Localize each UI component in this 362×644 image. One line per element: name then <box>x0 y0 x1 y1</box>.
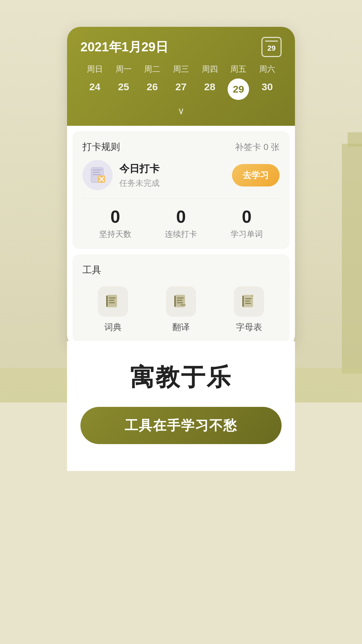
calendar-icon-number: 29 <box>267 44 276 53</box>
calendar-icon-button[interactable]: 29 <box>261 37 282 57</box>
tools-section: 工具 词典 <box>72 254 290 342</box>
weekday-tue: 周二 <box>138 64 167 74</box>
translate-icon <box>173 293 189 310</box>
stat-continuous-checkin: 0 连续打卡 <box>148 207 214 239</box>
expand-arrow[interactable]: ∨ <box>80 105 282 119</box>
stat-persist-value: 0 <box>82 207 148 227</box>
svg-rect-61 <box>242 296 244 307</box>
tool-translate[interactable]: 翻译 <box>150 286 212 333</box>
svg-rect-52 <box>174 296 176 307</box>
svg-rect-36 <box>93 172 100 173</box>
calendar-title: 2021年1月29日 <box>80 39 168 56</box>
translate-icon-box <box>166 286 196 317</box>
checkin-section: 打卡规则 补签卡 0 张 <box>72 131 290 249</box>
stat-persist-label: 坚持天数 <box>82 229 148 239</box>
svg-rect-58 <box>245 298 252 299</box>
stat-continuous-label: 连续打卡 <box>148 229 214 239</box>
slogan-main-text: 寓教于乐 <box>80 361 282 393</box>
svg-rect-51 <box>177 302 183 303</box>
alphabet-icon <box>241 293 257 310</box>
bottom-section: 寓教于乐 工具在手学习不愁 <box>67 341 295 471</box>
translate-label: 翻译 <box>172 321 190 333</box>
date-30[interactable]: 30 <box>253 78 282 100</box>
svg-rect-43 <box>109 298 116 299</box>
checkin-task-icon <box>82 160 113 190</box>
dict-label: 词典 <box>104 321 122 333</box>
dict-icon-box <box>98 286 128 317</box>
checkin-today-title: 今日打卡 <box>119 162 225 176</box>
stat-learned-words: 0 学习单词 <box>214 207 280 239</box>
weekday-sun: 周日 <box>80 64 109 74</box>
svg-rect-59 <box>245 301 250 302</box>
svg-rect-50 <box>177 300 182 301</box>
dict-icon <box>105 293 121 310</box>
date-28[interactable]: 28 <box>195 78 224 100</box>
stat-words-value: 0 <box>214 207 280 227</box>
tools-section-title: 工具 <box>82 264 280 276</box>
stat-words-label: 学习单词 <box>214 229 280 239</box>
date-25[interactable]: 25 <box>109 78 138 100</box>
date-26[interactable]: 26 <box>138 78 167 100</box>
svg-rect-37 <box>93 174 101 175</box>
svg-rect-49 <box>177 298 184 299</box>
alphabet-label: 字母表 <box>236 321 262 333</box>
go-study-button[interactable]: 去学习 <box>232 164 280 186</box>
dates-row[interactable]: 24 25 26 27 28 29 30 <box>80 78 282 100</box>
date-29-active[interactable]: 29 <box>228 78 249 100</box>
checkin-today-subtitle: 任务未完成 <box>119 178 225 189</box>
main-wrapper: 2021年1月29日 29 周日 周一 周二 周三 周四 周五 周六 24 25… <box>0 0 362 471</box>
svg-rect-60 <box>245 303 251 304</box>
tools-grid: 词典 <box>82 286 280 333</box>
date-27[interactable]: 27 <box>167 78 195 100</box>
weekday-sat: 周六 <box>253 64 282 74</box>
svg-rect-44 <box>109 300 114 301</box>
app-card: 2021年1月29日 29 周日 周一 周二 周三 周四 周五 周六 24 25… <box>67 27 295 348</box>
checkin-section-meta: 补签卡 0 张 <box>235 141 280 153</box>
slogan-button[interactable]: 工具在手学习不愁 <box>80 407 282 444</box>
checkin-info: 今日打卡 任务未完成 <box>119 162 225 189</box>
weekday-wed: 周三 <box>167 64 195 74</box>
weekday-fri: 周五 <box>224 64 253 74</box>
weekday-thu: 周四 <box>195 64 224 74</box>
date-24[interactable]: 24 <box>80 78 109 100</box>
checkin-divider <box>82 198 280 199</box>
weekday-mon: 周一 <box>109 64 138 74</box>
svg-rect-35 <box>93 169 102 170</box>
checkin-section-title: 打卡规则 <box>82 141 120 153</box>
tool-dict[interactable]: 词典 <box>82 286 144 333</box>
tool-alphabet[interactable]: 字母表 <box>218 286 280 333</box>
checkin-header: 打卡规则 补签卡 0 张 <box>82 141 280 153</box>
svg-rect-45 <box>109 302 115 303</box>
svg-rect-46 <box>106 296 108 307</box>
today-checkin-row: 今日打卡 任务未完成 去学习 <box>82 160 280 190</box>
alphabet-icon-box <box>234 286 264 317</box>
weekdays-row: 周日 周一 周二 周三 周四 周五 周六 <box>80 64 282 74</box>
stat-continuous-value: 0 <box>148 207 214 227</box>
stat-persist-days: 0 坚持天数 <box>82 207 148 239</box>
stats-row: 0 坚持天数 0 连续打卡 0 学习单词 <box>82 207 280 239</box>
svg-rect-53 <box>180 305 186 306</box>
calendar-header: 2021年1月29日 29 周日 周一 周二 周三 周四 周五 周六 24 25… <box>67 27 295 126</box>
